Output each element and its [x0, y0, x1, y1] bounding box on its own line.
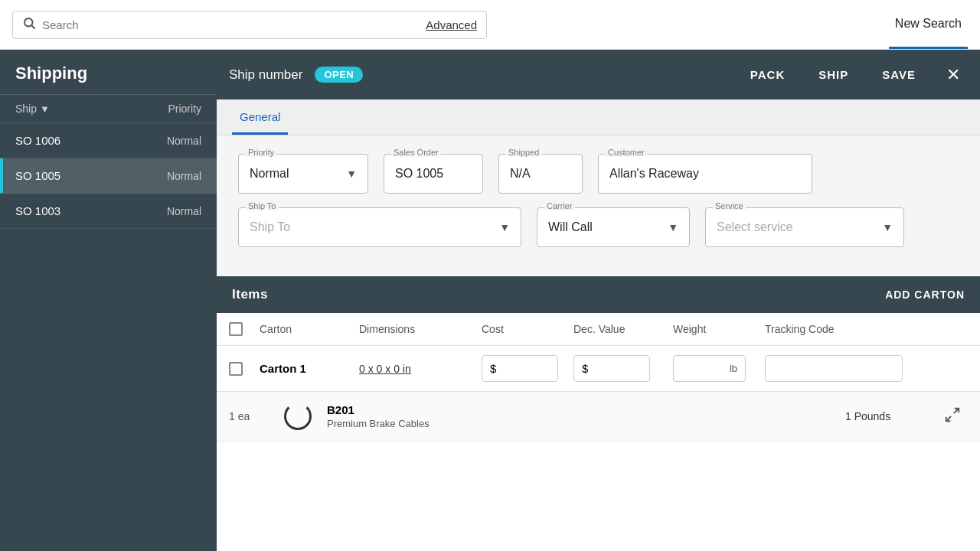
cost-input-wrapper: $ — [482, 355, 558, 382]
cost-input-col: $ — [482, 355, 573, 382]
close-button[interactable]: ✕ — [939, 50, 968, 99]
cost-currency-symbol: $ — [490, 362, 496, 375]
carrier-label: Carrier — [544, 201, 575, 210]
shipped-label: Shipped — [506, 148, 541, 157]
ship-to-label: Ship To — [246, 201, 279, 210]
carton-name: Carton 1 — [260, 362, 359, 375]
priority-select[interactable]: Normal ▼ — [238, 154, 368, 194]
svg-line-1 — [31, 25, 34, 28]
search-input[interactable] — [42, 18, 416, 31]
search-icon — [22, 16, 36, 34]
form-section: Priority Normal ▼ Sales Order SO 1005 Sh… — [217, 135, 980, 276]
so-number: SO 1006 — [15, 134, 132, 147]
priority-value: Normal — [132, 205, 201, 217]
product-weight: 1 Pounds — [845, 410, 937, 422]
carton-col-header: Carton — [260, 323, 359, 335]
customer-label: Customer — [606, 148, 647, 157]
main-layout: Shipping Ship ▼ Priority SO 1006 Normal … — [0, 50, 980, 551]
dimensions-col-header: Dimensions — [359, 323, 482, 335]
dimensions-link[interactable]: 0 x 0 x 0 in — [359, 363, 411, 375]
weight-input-col: lb — [673, 355, 765, 382]
ship-to-select[interactable]: Ship To ▼ — [238, 207, 521, 247]
priority-value: Normal — [132, 135, 201, 147]
sales-order-value: SO 1005 — [384, 154, 483, 194]
dimensions-value[interactable]: 0 x 0 x 0 in — [359, 362, 482, 376]
svg-line-2 — [954, 408, 959, 412]
carrier-field: Carrier Will Call ▼ — [537, 207, 690, 247]
svg-line-3 — [946, 416, 951, 420]
carton-row: Carton 1 0 x 0 x 0 in $ $ — [217, 346, 980, 392]
ship-to-placeholder: Ship To — [250, 220, 290, 234]
carrier-selected-value: Will Call — [548, 220, 593, 234]
advanced-link[interactable]: Advanced — [426, 18, 477, 31]
service-field: Service Select service ▼ — [705, 207, 904, 247]
so-number: SO 1005 — [15, 169, 132, 182]
form-row-2: Ship To Ship To ▼ Carrier Will Call ▼ — [238, 207, 959, 247]
top-bar: Advanced New Search — [0, 0, 980, 50]
pack-button[interactable]: PACK — [740, 50, 795, 99]
dec-value-input-wrapper: $ — [573, 355, 650, 382]
loading-spinner-icon — [284, 403, 312, 430]
weight-input[interactable] — [681, 362, 712, 375]
save-button[interactable]: SAVE — [871, 50, 926, 99]
sidebar-item-so1006[interactable]: SO 1006 Normal — [0, 123, 217, 158]
tracking-input[interactable] — [765, 355, 903, 382]
weight-input-wrapper: lb — [673, 355, 746, 382]
carton-checkbox-col — [229, 362, 260, 376]
sidebar-column-headers: Ship ▼ Priority — [0, 95, 217, 123]
service-label: Service — [713, 201, 746, 210]
priority-col-header: Priority — [132, 103, 201, 115]
select-all-checkbox[interactable] — [229, 322, 243, 336]
dec-value-col-header: Dec. Value — [573, 323, 673, 335]
shipped-value: N/A — [498, 154, 583, 194]
service-dropdown-icon: ▼ — [882, 221, 893, 233]
product-quantity: 1 ea — [229, 410, 275, 422]
product-code: B201 — [327, 403, 845, 416]
service-select[interactable]: Select service ▼ — [705, 207, 904, 247]
ship-to-dropdown-icon: ▼ — [499, 221, 510, 233]
carton-checkbox[interactable] — [229, 362, 243, 376]
cost-input[interactable] — [496, 362, 542, 375]
sort-arrow-icon: ▼ — [40, 103, 50, 115]
add-carton-button[interactable]: ADD CARTON — [885, 289, 965, 301]
carrier-dropdown-icon: ▼ — [668, 221, 678, 233]
ship-button[interactable]: SHIP — [808, 50, 859, 99]
product-name: Premium Brake Cables — [327, 418, 845, 429]
customer-field: Customer Allan's Raceway — [598, 154, 812, 194]
priority-selected-value: Normal — [250, 167, 289, 181]
customer-value: Allan's Raceway — [598, 154, 812, 194]
dec-value-input-col: $ — [573, 355, 673, 382]
items-title: Items — [232, 287, 268, 302]
carrier-select[interactable]: Will Call ▼ — [537, 207, 690, 247]
items-header: Items ADD CARTON — [217, 276, 980, 313]
search-area: Advanced — [12, 11, 487, 39]
cost-col-header: Cost — [482, 323, 573, 335]
sidebar-item-so1005[interactable]: SO 1005 Normal — [0, 158, 217, 194]
tab-general[interactable]: General — [232, 99, 288, 135]
ship-number-label: Ship number — [229, 67, 302, 83]
shipped-field: Shipped N/A — [498, 154, 583, 194]
tracking-col-header: Tracking Code — [765, 323, 968, 335]
panel-header: Ship number OPEN PACK SHIP SAVE ✕ — [217, 50, 980, 99]
dec-value-input[interactable] — [588, 362, 634, 375]
sidebar-item-so1003[interactable]: SO 1003 Normal — [0, 194, 217, 229]
open-status-badge: OPEN — [315, 67, 363, 83]
priority-dropdown-icon: ▼ — [346, 168, 357, 180]
priority-label: Priority — [246, 148, 276, 157]
active-indicator — [0, 158, 3, 193]
right-panel: Ship number OPEN PACK SHIP SAVE ✕ Genera… — [217, 50, 980, 551]
new-search-button[interactable]: New Search — [889, 0, 968, 49]
sales-order-label: Sales Order — [391, 148, 441, 157]
product-info: B201 Premium Brake Cables — [327, 403, 845, 429]
service-placeholder: Select service — [717, 220, 793, 234]
product-row: 1 ea B201 Premium Brake Cables 1 Pounds — [217, 392, 980, 442]
ship-col-header[interactable]: Ship ▼ — [15, 103, 132, 115]
so-number: SO 1003 — [15, 204, 132, 217]
form-row-1: Priority Normal ▼ Sales Order SO 1005 Sh… — [238, 154, 959, 194]
tabs-bar: General — [217, 99, 980, 135]
product-action-button[interactable] — [937, 406, 968, 427]
sidebar-title: Shipping — [0, 50, 217, 95]
priority-field: Priority Normal ▼ — [238, 154, 368, 194]
tracking-input-col — [765, 355, 968, 382]
dec-value-currency-symbol: $ — [582, 362, 588, 375]
